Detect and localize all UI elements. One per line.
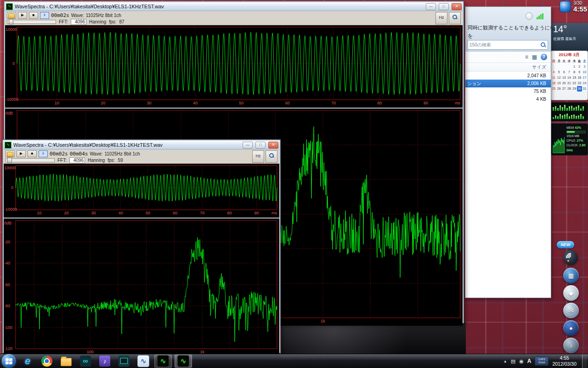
pause-button[interactable]: ‖ [39,150,48,157]
calendar-day: 3 [582,64,587,69]
play-button[interactable]: ▶ [18,12,27,19]
zoom-button[interactable] [449,12,461,24]
calendar-day: 23 [577,80,582,86]
svg-text:1k: 1k [321,319,325,323]
eq-meter-row [553,104,586,111]
chrome-taskbar-button[interactable] [39,355,55,367]
minimize-button[interactable]: — [243,142,253,149]
pause-button[interactable]: ‖ [40,12,49,19]
svg-text:80: 80 [227,211,232,215]
close-button[interactable]: ✕ [452,3,462,10]
launcher-icon-4[interactable]: ● [563,320,579,336]
show-desktop-button[interactable] [582,354,587,368]
calendar-day: 15 [572,75,577,80]
caps-label: CAPS [535,358,548,361]
cpu-meter-gadget[interactable]: MEM 42% 1516 MB CPU2: 27% CLOCK: 2.80 GH… [550,123,588,155]
calendar-day: 17 [582,75,587,80]
stop-button[interactable]: ■ [28,150,37,157]
maximize-button[interactable]: □ [255,142,266,149]
play-button[interactable]: ▶ [17,150,26,157]
internet-explorer-taskbar-button[interactable]: e [19,355,36,367]
titlebar[interactable]: ∿ WaveSpectra - C:¥Users¥takesita¥Deskto… [5,2,463,11]
calendar-weekday: 土 [582,58,587,64]
taskbar: e∞♪∿∿∿ ▲ ▤ ◉ A CAPS KANA 4:55 2012/03/30 [0,354,588,368]
svg-text:-120: -120 [4,346,12,351]
column-header-size[interactable]: サイズ [465,63,551,72]
media-player-taskbar-button[interactable]: ♪ [96,355,113,367]
cpu-label: CPU2: [566,139,576,142]
equalizer-gadget [550,102,588,121]
file-row[interactable]: 75 KB [465,87,551,95]
fft-size[interactable]: 4096 [71,19,86,25]
maximize-button[interactable]: □ [439,3,449,10]
calendar-day: 8 [572,69,577,75]
file-size: 2,006 KB [527,81,546,86]
tray-icon-2[interactable]: ◉ [519,358,524,364]
views-grid-icon[interactable]: ▦ [532,54,537,60]
toolbar: ▶ ■ ‖ 00m02s 00m04s Wave: 11025Hz 8bit 1… [4,150,279,164]
minimize-button[interactable]: — [426,3,436,10]
launcher-glyph: ● [569,325,573,332]
svg-text:-10000: -10000 [6,97,18,102]
wavespectra-taskbar-button[interactable]: ∿ [154,355,172,368]
hz-scale-button[interactable]: Hz [252,150,264,163]
help-icon[interactable]: ? [541,54,547,60]
caps-kana-indicator[interactable]: CAPS KANA [535,356,548,366]
close-button[interactable]: ✕ [268,142,278,149]
arduino-taskbar-button[interactable]: ∞ [77,355,94,367]
launcher-icon-2[interactable]: ◆ [563,285,579,301]
file-row[interactable]: 2,047 KB [465,72,551,80]
calendar-day: 24 [582,80,587,86]
calendar-day: 5 [556,69,561,75]
file-row[interactable]: ション2,006 KB [465,80,551,87]
wifi-icon[interactable] [563,250,578,265]
weather-gadget[interactable]: 14° 佐賀県 鹿島市 [551,23,588,51]
windows-logo-icon [6,358,12,364]
hz-scale-button[interactable]: Hz [435,12,447,24]
page-icon[interactable] [526,12,533,20]
calendar-day: 13 [561,75,566,80]
launcher-glyph: ✉ [569,307,574,314]
stop-button[interactable]: ■ [29,12,38,19]
svg-text:30: 30 [91,211,96,215]
launcher-icon-3[interactable]: ✉ [563,303,579,318]
tray-icon-1[interactable]: ▤ [511,358,515,364]
wavespectra-window-front[interactable]: ∿ WaveSpectra - C:¥Users¥takesita¥Deskto… [2,139,281,353]
fps-value: 59 [118,158,123,163]
window-title: WaveSpectra - C:¥Users¥takesita¥Desktop¥… [15,4,423,9]
window-title: WaveSpectra - C:¥Users¥takesita¥Desktop¥… [13,142,240,148]
explorer-window[interactable]: 同時に観測することもできるようにな を 150の検索 ≡ ▦ ? サイズ 2,0… [465,6,551,298]
views-list-icon[interactable]: ≡ [525,54,528,60]
calendar-day: 26 [556,86,561,92]
start-button[interactable] [2,354,16,368]
svg-text:10: 10 [55,101,59,105]
position-slider[interactable] [7,20,56,24]
waveform-chart: 102030405060708090ms100000-10000 [4,164,279,216]
clock-gadget-icon [560,1,571,12]
ime-mode-indicator[interactable]: A [527,358,531,364]
wavegene-taskbar-button[interactable]: ∿ [135,355,152,367]
svg-text:0: 0 [11,185,13,190]
launcher-icon-1[interactable]: ▦ [563,268,579,283]
clock-gadget[interactable]: 3/30 4:55 [560,1,587,12]
gadget-time: 4:55 [573,6,587,12]
titlebar[interactable]: ∿ WaveSpectra - C:¥Users¥takesita¥Deskto… [4,141,279,150]
search-icon[interactable] [541,42,546,47]
open-file-button[interactable] [7,12,16,19]
folder-taskbar-button[interactable] [58,355,74,367]
zoom-button[interactable] [266,150,277,163]
mem-label: MEM [566,126,574,129]
open-file-button[interactable] [6,150,15,157]
position-slider[interactable] [6,158,55,162]
calendar-gadget[interactable]: 2012年 3月 日月火水木金土 12345678910111213141516… [550,51,588,100]
fft-size[interactable]: 4096 [69,157,85,163]
file-row[interactable]: 4 KB [465,95,551,103]
svg-text:20: 20 [64,211,68,215]
wavespectra-active-taskbar-button[interactable]: ∿ [175,355,192,368]
taskbar-clock[interactable]: 4:55 2012/03/30 [552,355,578,367]
launcher-icon-5[interactable]: ♪ [563,338,579,353]
search-input[interactable]: 150の検索 [467,40,548,50]
oscilloscope-taskbar-button[interactable] [116,355,132,367]
show-hidden-icons-button[interactable]: ▲ [503,359,507,363]
launcher-glyph: ▦ [568,272,574,279]
